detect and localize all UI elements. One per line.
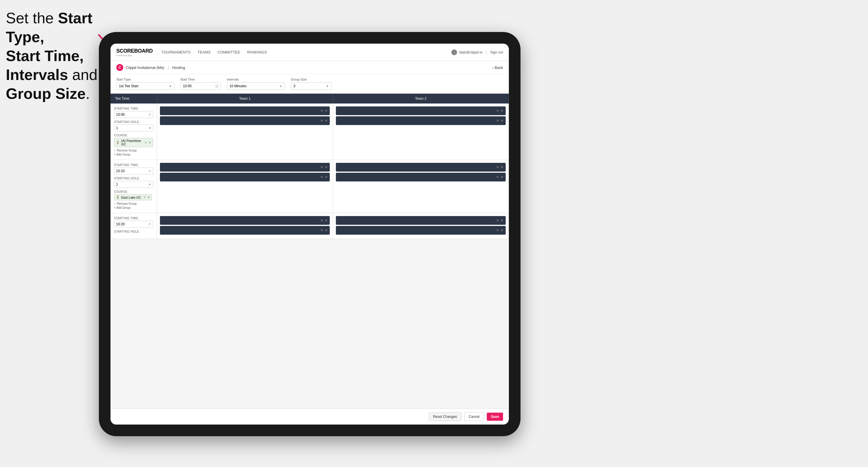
group-size-value: 3 xyxy=(293,84,296,88)
start-time-select[interactable]: 10:00 🕐 xyxy=(180,82,221,90)
start-time-label: Start Time xyxy=(180,77,221,81)
player-edit-icon-2: ✎ xyxy=(320,119,323,123)
breadcrumb-bar: C Clippd Invitational (Me) | Hosting ‹ B… xyxy=(111,61,509,74)
course-remove-1[interactable]: ✕ xyxy=(145,141,147,145)
course-actions-1: ○Remove Group + Add Group xyxy=(114,149,153,156)
breadcrumb-icon: C xyxy=(116,64,123,71)
starting-time-input-1[interactable]: 10:00 ⏱ xyxy=(114,111,153,118)
player-row-6-1: ✎ ✕ xyxy=(336,216,506,225)
main-content: STARTING TIME: 10:00 ⏱ STARTING HOLE: 1 … xyxy=(111,103,509,409)
player-remove-2-1[interactable]: ✕ xyxy=(501,109,503,113)
starting-hole-select-1[interactable]: 1 ▼ xyxy=(114,124,153,131)
player-row-2-2: ✎ ✕ xyxy=(336,116,506,125)
course-remove-2[interactable]: ✕ xyxy=(143,195,146,199)
player-edit-icon-3: ✎ xyxy=(496,109,499,113)
clock-icon: 🕐 xyxy=(215,85,218,88)
add-group-btn-1[interactable]: + Add Group xyxy=(114,153,153,156)
player-row-5-1: ✎ ✕ xyxy=(160,216,330,225)
instruction-text: Set the Start Type, Start Time, Interval… xyxy=(6,9,99,103)
start-type-label: Start Type xyxy=(116,77,175,81)
course-icon-2: 🏌 xyxy=(116,195,120,199)
group-row-2: STARTING TIME: 10:10 ⏱ STARTING HOLE: 1 … xyxy=(111,160,509,213)
course-chevron-1: ▼ xyxy=(148,141,151,144)
instruction-bold3: Intervals xyxy=(6,66,68,83)
nav-committee[interactable]: COMMITTEE xyxy=(218,49,240,56)
course-label-1: COURSE: xyxy=(114,134,153,137)
intervals-label: Intervals xyxy=(227,77,285,81)
app-logo: SCOREBOARD Powered by clipp xyxy=(116,48,153,57)
col-team2: Team 2 xyxy=(333,94,509,103)
player-remove-1-2[interactable]: ✕ xyxy=(325,119,328,123)
starting-hole-select-2[interactable]: 1 ▼ xyxy=(114,181,153,188)
course-tag-1: 🏌 (A) Peachtree GC ✕ ▼ xyxy=(114,138,153,147)
team1-col-1: ✎ ✕ ✎ ✕ xyxy=(157,103,333,160)
remove-group-btn-1[interactable]: ○Remove Group xyxy=(114,149,153,152)
player-remove-1-1[interactable]: ✕ xyxy=(325,109,328,113)
nav-links: TOURNAMENTS TEAMS COMMITTEE RANKINGS xyxy=(161,49,451,56)
tablet-frame: SCOREBOARD Powered by clipp TOURNAMENTS … xyxy=(99,32,521,436)
group-size-select[interactable]: 3 ▼ xyxy=(291,82,332,90)
course-chevron-2: ▼ xyxy=(147,196,150,199)
starting-time-label-3: STARTING TIME: xyxy=(114,217,153,220)
hole-chevron-1: ▼ xyxy=(148,126,151,130)
course-actions-2: ○Remove Group + Add Group xyxy=(114,202,153,209)
team1-col-3: ✎ ✕ ✎ ✕ xyxy=(157,213,333,239)
nav-rankings[interactable]: RANKINGS xyxy=(247,49,267,56)
tee-time-col-3: STARTING TIME: 10:20 ⏱ STARTING HOLE: xyxy=(111,213,157,239)
table-header: Tee Time Team 1 Team 2 xyxy=(111,94,509,103)
save-button[interactable]: Save xyxy=(487,413,503,421)
group-row-1: STARTING TIME: 10:00 ⏱ STARTING HOLE: 1 … xyxy=(111,103,509,160)
intervals-value: 10 Minutes xyxy=(229,84,247,88)
course-tag-2: 🏌 East Lake GC ✕ ▼ xyxy=(114,194,152,200)
hosting-status: Hosting xyxy=(172,65,185,70)
player-remove-5-2[interactable]: ✕ xyxy=(325,228,328,232)
player-row-1-1: ✎ ✕ xyxy=(160,106,330,115)
user-avatar xyxy=(451,50,457,55)
nav-right: blair@clippd.io | Sign out xyxy=(451,50,503,55)
player-row-1-2: ✎ ✕ xyxy=(160,116,330,125)
add-group-btn-2[interactable]: + Add Group xyxy=(114,206,153,209)
cancel-button[interactable]: Cancel xyxy=(464,412,484,421)
group-size-chevron: ▼ xyxy=(326,85,329,88)
instruction-period: . xyxy=(86,85,90,102)
player-remove-4-2[interactable]: ✕ xyxy=(501,175,503,179)
remove-group-btn-2[interactable]: ○Remove Group xyxy=(114,202,153,205)
player-remove-4-1[interactable]: ✕ xyxy=(501,165,503,169)
time-icon-3: ⏱ xyxy=(148,223,151,226)
team2-col-2: ✎ ✕ ✎ ✕ xyxy=(333,160,509,213)
reset-changes-button[interactable]: Reset Changes xyxy=(429,412,462,421)
start-type-select[interactable]: 1st Tee Start ▼ xyxy=(116,82,175,90)
starting-time-input-2[interactable]: 10:10 ⏱ xyxy=(114,167,153,175)
player-remove-3-1[interactable]: ✕ xyxy=(325,165,328,169)
breadcrumb-left: C Clippd Invitational (Me) | Hosting xyxy=(116,64,185,71)
course-icon-1: 🏌 xyxy=(116,141,120,145)
player-remove-2-2[interactable]: ✕ xyxy=(501,119,503,123)
tournament-name: Clippd Invitational (Me) xyxy=(126,65,164,70)
nav-teams[interactable]: TEAMS xyxy=(197,49,211,56)
instruction-and: and xyxy=(68,66,97,83)
start-time-value: 10:00 xyxy=(183,84,192,88)
player-row-4-1: ✎ ✕ xyxy=(336,163,506,172)
user-email: blair@clippd.io xyxy=(460,50,483,54)
player-remove-5-1[interactable]: ✕ xyxy=(325,219,328,222)
player-row-3-2: ✎ ✕ xyxy=(160,173,330,182)
starting-time-input-3[interactable]: 10:20 ⏱ xyxy=(114,221,153,228)
settings-row: Start Type 1st Tee Start ▼ Start Time 10… xyxy=(111,74,509,94)
start-type-group: Start Type 1st Tee Start ▼ xyxy=(116,77,175,90)
start-type-chevron: ▼ xyxy=(169,85,172,88)
intervals-chevron: ▼ xyxy=(279,85,282,88)
intervals-select[interactable]: 10 Minutes ▼ xyxy=(227,82,285,90)
nav-tournaments[interactable]: TOURNAMENTS xyxy=(161,49,190,56)
col-team1: Team 1 xyxy=(157,94,333,103)
starting-time-label-1: STARTING TIME: xyxy=(114,107,153,110)
team2-col-1: ✎ ✕ ✎ ✕ xyxy=(333,103,509,160)
group-size-label: Group Size xyxy=(291,77,332,81)
player-remove-6-1[interactable]: ✕ xyxy=(501,219,503,222)
back-button[interactable]: ‹ Back xyxy=(492,65,503,70)
instruction-line1: Set the xyxy=(6,9,58,27)
player-remove-3-2[interactable]: ✕ xyxy=(325,175,328,179)
tee-time-col-2: STARTING TIME: 10:10 ⏱ STARTING HOLE: 1 … xyxy=(111,160,157,213)
player-remove-6-2[interactable]: ✕ xyxy=(501,228,503,232)
sign-out-link[interactable]: Sign out xyxy=(490,50,503,54)
time-icon-1: ⏱ xyxy=(148,113,151,116)
